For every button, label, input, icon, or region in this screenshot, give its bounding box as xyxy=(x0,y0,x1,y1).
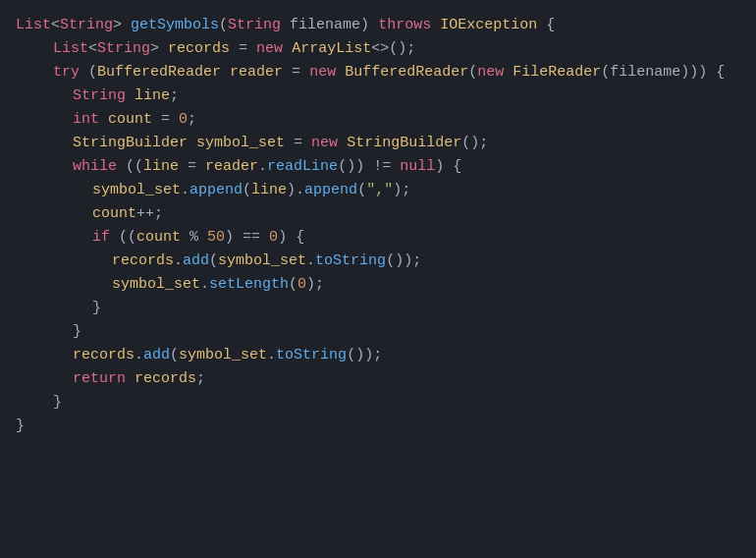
code-line-7: while ((line = reader.readLine()) != nul… xyxy=(16,155,740,179)
code-line-5: int count = 0; xyxy=(16,108,740,132)
code-editor: List<String> getSymbols(String filename)… xyxy=(0,0,756,558)
code-line-1: List<String> getSymbols(String filename)… xyxy=(16,14,740,37)
code-line-2: List<String> records = new ArrayList<>()… xyxy=(16,37,740,61)
code-line-4: String line; xyxy=(16,84,740,108)
code-line-6: StringBuilder symbol_set = new StringBui… xyxy=(16,132,740,155)
code-line-8: symbol_set.append(line).append(","); xyxy=(16,179,740,202)
code-line-12: symbol_set.setLength(0); xyxy=(16,273,740,297)
code-line-15: records.add(symbol_set.toString()); xyxy=(16,344,740,367)
code-line-18: } xyxy=(16,415,740,438)
code-line-9: count++; xyxy=(16,202,740,226)
code-line-10: if ((count % 50) == 0) { xyxy=(16,226,740,250)
code-line-16: return records; xyxy=(16,367,740,391)
code-line-11: records.add(symbol_set.toString()); xyxy=(16,250,740,273)
code-line-13: } xyxy=(16,297,740,320)
code-line-3: try (BufferedReader reader = new Buffere… xyxy=(16,61,740,84)
code-line-14: } xyxy=(16,320,740,344)
code-line-17: } xyxy=(16,391,740,415)
